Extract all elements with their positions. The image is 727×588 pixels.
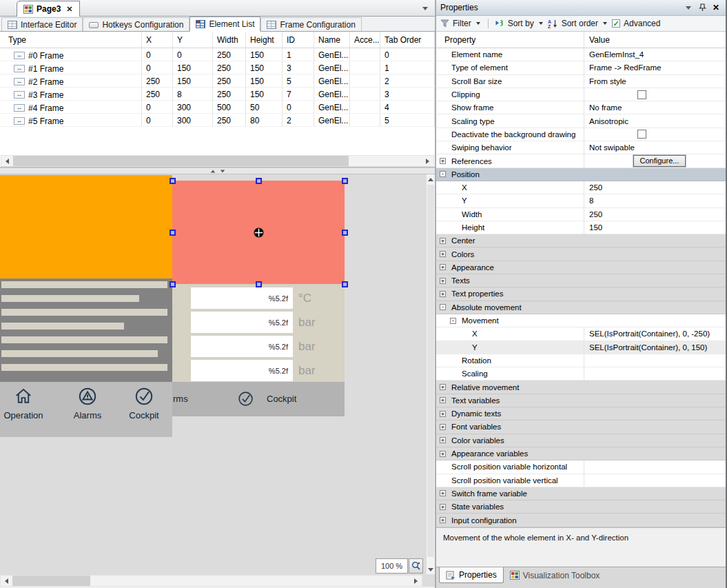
expand-toggle[interactable]: + <box>440 411 446 417</box>
property-row-movement[interactable]: -Movement <box>436 314 726 327</box>
property-row-appearance-variables[interactable]: +Appearance variables <box>436 447 726 460</box>
property-row-position[interactable]: -Position <box>436 168 726 181</box>
property-value[interactable] <box>584 287 726 300</box>
property-row-scaling[interactable]: +Scaling <box>436 367 726 381</box>
value-input-field[interactable]: %5.2f <box>191 360 293 381</box>
scroll-track[interactable] <box>13 156 422 166</box>
nav-item-alarms[interactable]: Alarms <box>63 386 112 420</box>
tab-interface-editor[interactable]: Interface Editor <box>1 17 83 31</box>
property-value[interactable] <box>584 261 726 274</box>
property-row-width[interactable]: +Width250 <box>436 208 726 221</box>
selection-handle[interactable] <box>342 178 348 184</box>
design-canvas[interactable]: %5.2f°C%5.2fbar%5.2fbar%5.2fbar rms Cock… <box>0 174 435 587</box>
tab-frame-configuration[interactable]: Frame Configuration <box>260 17 361 31</box>
property-value[interactable] <box>584 168 726 181</box>
property-row-color-variables[interactable]: +Color variables <box>436 434 726 447</box>
property-row-scroll-position-variable-vertical[interactable]: +Scroll position variable vertical <box>436 474 726 487</box>
property-row-appearance[interactable]: +Appearance <box>436 261 726 274</box>
property-row-deactivate-the-background-drawing[interactable]: +Deactivate the background drawing <box>436 128 726 141</box>
selection-handle[interactable] <box>256 281 262 287</box>
value-checkbox[interactable] <box>637 90 646 99</box>
column-header-width[interactable]: Width <box>213 32 246 48</box>
property-row-swiping-behavior[interactable]: +Swiping behaviorNot swipable <box>436 141 726 154</box>
splitter-down-icon[interactable] <box>220 170 224 172</box>
property-row-x[interactable]: +XSEL(IsPortrait(Container), 0, -250) <box>436 327 726 341</box>
property-value[interactable] <box>584 367 726 380</box>
table-row[interactable]: ↔#5 Frame0300250802GenEl...5 <box>0 114 435 127</box>
selection-handle[interactable] <box>170 230 176 236</box>
scroll-down-icon[interactable] <box>427 565 435 574</box>
sort-order-caret-icon[interactable] <box>603 22 607 25</box>
table-row[interactable]: ↔#3 Frame25082501507GenEl...3 <box>0 88 435 101</box>
navpanel-frame[interactable]: OperationAlarmsCockpit <box>0 382 172 437</box>
property-value[interactable]: No frame <box>584 101 726 114</box>
scroll-right-icon[interactable] <box>410 576 422 586</box>
column-header-height[interactable]: Height <box>246 32 283 48</box>
splitter-up-icon[interactable] <box>210 170 214 172</box>
property-row-scroll-position-variable-horizontal[interactable]: +Scroll position variable horizontal <box>436 460 726 474</box>
selection-handle[interactable] <box>256 178 262 184</box>
column-header-x[interactable]: X <box>142 32 173 48</box>
property-row-dynamic-texts[interactable]: +Dynamic texts <box>436 407 726 420</box>
property-row-type-of-element[interactable]: +Type of elementFrame -> RedFrame <box>436 61 726 74</box>
canvas-hscrollbar[interactable] <box>0 575 422 587</box>
expand-toggle[interactable]: + <box>440 437 446 443</box>
tab-visualization-toolbox[interactable]: Visualization Toolbox <box>504 567 606 583</box>
property-value[interactable]: Anisotropic <box>584 114 726 127</box>
scroll-thumb[interactable] <box>427 185 434 557</box>
value-column-header[interactable]: Value <box>584 32 726 48</box>
scroll-up-icon[interactable] <box>427 174 435 184</box>
value-input-field[interactable]: %5.2f <box>191 312 293 333</box>
table-row[interactable]: ↔#1 Frame01502501503GenEl...1 <box>0 61 435 74</box>
tab-overflow-caret-icon[interactable] <box>422 7 428 10</box>
column-header-name[interactable]: Name <box>314 32 350 48</box>
expand-toggle[interactable]: + <box>440 251 446 257</box>
configure-button[interactable]: Configure... <box>633 155 686 167</box>
expand-toggle[interactable]: + <box>440 517 446 523</box>
expand-toggle[interactable]: + <box>440 278 446 284</box>
filter-button[interactable]: Filter <box>453 19 471 28</box>
expand-toggle[interactable]: + <box>440 490 446 496</box>
scroll-track[interactable] <box>12 576 410 586</box>
property-value[interactable] <box>584 301 726 314</box>
property-row-absolute-movement[interactable]: -Absolute movement <box>436 301 726 314</box>
value-checkbox[interactable] <box>637 130 646 139</box>
property-row-y[interactable]: +YSEL(IsPortrait(Container), 0, 150) <box>436 341 726 354</box>
property-row-show-frame[interactable]: +Show frameNo frame <box>436 101 726 114</box>
table-row[interactable]: ↔#4 Frame0300500500GenEl...4 <box>0 101 435 114</box>
value-input-field[interactable]: %5.2f <box>191 336 293 357</box>
property-row-y[interactable]: +Y8 <box>436 194 726 207</box>
scroll-right-icon[interactable] <box>422 156 433 166</box>
property-row-references[interactable]: +ReferencesConfigure... <box>436 154 726 168</box>
fields-frame[interactable]: %5.2f°C%5.2fbar%5.2fbar%5.2fbar <box>172 278 345 382</box>
expand-toggle[interactable]: + <box>440 158 446 164</box>
canvas-vscrollbar[interactable] <box>426 174 435 574</box>
property-row-input-configuration[interactable]: +Input configuration <box>436 514 726 527</box>
scroll-thumb[interactable] <box>12 576 90 586</box>
expand-toggle[interactable]: + <box>440 264 446 270</box>
property-value[interactable]: 250 <box>584 181 726 194</box>
property-value[interactable] <box>584 447 726 460</box>
property-value[interactable] <box>584 381 726 393</box>
zoom-level-box[interactable]: 100 % <box>376 558 408 574</box>
property-row-font-variables[interactable]: +Font variables <box>436 420 726 434</box>
property-value[interactable] <box>584 247 726 260</box>
property-value[interactable] <box>584 434 726 447</box>
column-header-id[interactable]: ID <box>283 32 314 48</box>
property-value[interactable] <box>584 420 726 433</box>
property-value[interactable] <box>584 234 726 247</box>
property-row-scaling-type[interactable]: +Scaling typeAnisotropic <box>436 114 726 128</box>
sort-by-caret-icon[interactable] <box>539 22 543 25</box>
property-row-texts[interactable]: +Texts <box>436 274 726 287</box>
property-row-relative-movement[interactable]: +Relative movement <box>436 381 726 394</box>
property-value[interactable] <box>584 487 726 500</box>
nav-item-operation[interactable]: Operation <box>0 386 48 420</box>
column-header-acce[interactable]: Acce... <box>350 32 380 48</box>
expand-toggle[interactable]: - <box>450 318 456 324</box>
zoom-button[interactable] <box>409 558 423 574</box>
property-value[interactable] <box>584 128 726 141</box>
scroll-left-icon[interactable] <box>1 156 13 166</box>
pane-splitter[interactable] <box>0 168 435 174</box>
table-row[interactable]: ↔#2 Frame2501502501505GenEl...2 <box>0 74 435 88</box>
expand-toggle[interactable]: + <box>440 504 446 510</box>
